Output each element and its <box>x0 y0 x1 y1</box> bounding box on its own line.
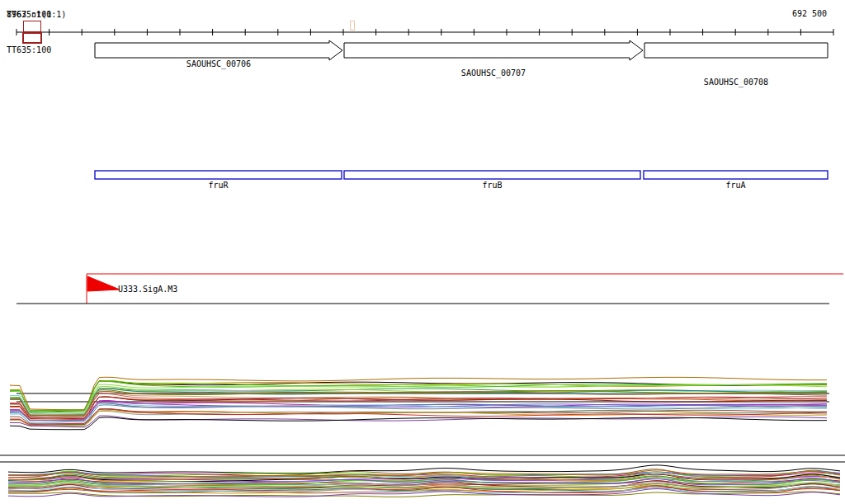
operon-label: fruB <box>482 181 502 190</box>
tss-flag-icon[interactable] <box>87 276 120 291</box>
gene-arrow[interactable] <box>644 43 828 58</box>
track-range-label: TT635:100 <box>7 45 51 54</box>
gene-arrow[interactable] <box>344 40 643 60</box>
right-coordinate-label: 692 500 <box>792 9 827 18</box>
operon-box[interactable] <box>95 171 342 179</box>
operon-label: fruR <box>208 181 229 190</box>
signal-line <box>8 465 840 473</box>
operon-box[interactable] <box>644 171 828 179</box>
operon-label: fruA <box>725 181 745 190</box>
genome-browser-canvas: SAOUHSC_00706SAOUHSC_00707SAOUHSC_00708f… <box>0 0 845 504</box>
operon-box[interactable] <box>344 171 640 179</box>
signal-line <box>10 416 827 427</box>
tracks-canvas: SAOUHSC_00706SAOUHSC_00707SAOUHSC_00708f… <box>0 0 845 504</box>
track-range-label-top: TT635:100 <box>7 10 51 19</box>
ruler-selection-box-top[interactable] <box>23 21 41 32</box>
signal-line <box>10 417 827 430</box>
signal-line <box>10 409 827 425</box>
tss-label: U333.SigA.M3 <box>118 285 177 294</box>
ruler-selection-box-bottom[interactable] <box>22 32 42 44</box>
gene-label: SAOUHSC_00706 <box>186 59 251 69</box>
gene-label: SAOUHSC_00708 <box>704 78 768 87</box>
cursor-highlight <box>350 21 355 31</box>
gene-arrow[interactable] <box>95 40 342 60</box>
gene-label: SAOUHSC_00707 <box>461 68 526 78</box>
